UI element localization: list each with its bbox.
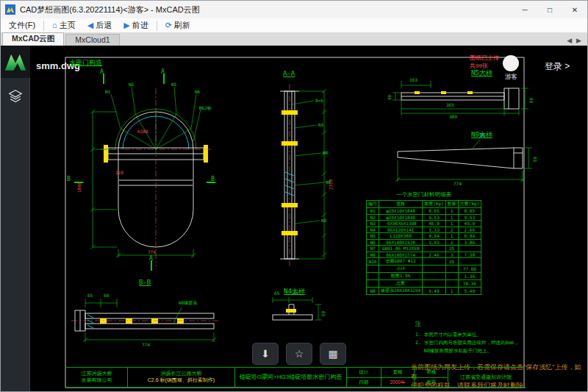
table-cell: N2 — [367, 214, 379, 221]
cad-text: 774 — [142, 343, 150, 347]
table-header-cell: 单重(kg) — [423, 201, 445, 208]
cad-canvas[interactable]: smm.dwg 图纸已上传 共99张 游客 登录 > ⬇ ☆ ▦ 当前图纸为网友… — [30, 46, 587, 391]
table-cell: 8.05 — [458, 208, 481, 215]
qrcode-button[interactable]: ▦ — [320, 343, 346, 365]
mxcad-logo[interactable] — [1, 46, 30, 78]
table-cell: 2 — [445, 239, 458, 246]
menu-file[interactable]: 文件(F) — [4, 19, 40, 32]
table-cell: 1 — [445, 208, 458, 215]
refresh-icon: ⟳ — [165, 21, 172, 29]
table-row: N2φ25X10X18489.5319.53 — [367, 214, 481, 221]
table-cell: N8 — [367, 288, 379, 295]
table-cell: 垫圈GB97 Φ12 — [379, 258, 423, 266]
menu-separator — [43, 21, 44, 31]
table-cell: 7.38 — [458, 252, 481, 258]
back-arrow-icon: ◀ — [87, 21, 93, 29]
star-icon: ☆ — [295, 348, 304, 360]
cad-text: 774 — [148, 250, 156, 254]
material-table: 一个水密门材料明细表编号规格单重(kg)数量共重(kg)N1φ25X10X184… — [366, 190, 481, 295]
tab-mxcloud1[interactable]: MxCloud1 — [65, 34, 119, 46]
table-cell — [458, 246, 481, 252]
layers-icon[interactable] — [7, 88, 24, 107]
menu-refresh[interactable]: ⟳ 刷新 — [160, 19, 196, 32]
table-cell: 1 — [445, 214, 458, 221]
cad-text: N8橡胶条 — [179, 301, 197, 305]
window-title: CAD梦想画图(6.3.20221114)<游客> - MxCAD云图 — [20, 4, 512, 15]
cad-text: N9 — [321, 218, 326, 223]
cad-text: A — [161, 69, 165, 75]
menu-back[interactable]: ◀ 后退 — [82, 19, 117, 32]
cad-text: N5大样 — [471, 70, 492, 76]
table-header-cell: 编号 — [367, 201, 379, 208]
table-cell — [367, 280, 379, 288]
table-cell: N4 — [367, 227, 379, 233]
table-cell — [445, 266, 458, 273]
table-row: N6δ6X100X23281.9323.86 — [367, 239, 481, 246]
cad-text: N5 — [171, 82, 176, 87]
download-button[interactable]: ⬇ — [252, 343, 279, 365]
title-bar: CAD梦想画图(6.3.20221114)<游客> - MxCAD云图 ─ □ … — [1, 1, 587, 18]
table-cell: 小计 — [379, 266, 423, 273]
cad-text: 2328 — [329, 179, 333, 190]
menu-forward[interactable]: ▶ 前进 — [118, 19, 153, 32]
table-row: N7GB91-86 M12X5825 — [367, 246, 481, 252]
table-cell: 9.53 — [423, 214, 445, 221]
table-cell: 1 — [445, 288, 458, 295]
tab-scroll-left-icon[interactable]: ◀ — [567, 37, 572, 44]
table-cell: 1 — [445, 221, 458, 227]
table-cell: L120X388 — [379, 233, 423, 240]
cad-text: 65 — [274, 291, 279, 296]
table-cell: δ6X100X1774 — [379, 252, 423, 258]
table-cell — [423, 273, 445, 280]
table-cell: 总重 — [379, 280, 423, 288]
table-header-cell: 数量 — [445, 201, 458, 208]
user-avatar[interactable] — [503, 55, 519, 71]
table-cell: 3.86 — [458, 239, 481, 246]
tab-scroll-right-icon[interactable]: ▶ — [576, 37, 581, 44]
download-icon: ⬇ — [261, 348, 270, 360]
guest-label: 游客 — [505, 73, 517, 82]
table-row: 附重1.5%1.36 — [367, 273, 481, 280]
table-cell: δ6X100X2328 — [379, 239, 423, 246]
table-cell: N7 — [367, 246, 379, 252]
table-row: 小计77.00 — [367, 266, 481, 273]
note-line: 2. 水密门四周与塔壁采用连续焊，焊缝高6mm， — [415, 339, 518, 347]
table-cell — [458, 258, 481, 266]
table-cell: 5.49 — [423, 288, 445, 295]
cad-text: 60 — [104, 293, 109, 298]
menu-file-label: 文件(F) — [9, 20, 35, 31]
table-cell: 45.9 — [423, 221, 445, 227]
table-cell — [445, 273, 458, 280]
table-cell: 2.46 — [423, 252, 445, 258]
table-cell: 25 — [445, 258, 458, 266]
table-row: N3-6X96X6X139845.9145.9 — [367, 221, 481, 227]
cad-text: δ6 — [480, 133, 485, 138]
cad-text: N6 — [195, 90, 200, 94]
tab-mxcad-cloud[interactable]: MxCAD云图 — [2, 32, 64, 46]
close-button[interactable]: ✕ — [562, 1, 587, 18]
table-cell — [423, 266, 445, 273]
cad-text: N1 — [105, 90, 110, 94]
table-cell — [367, 266, 379, 273]
minimize-button[interactable]: ─ — [512, 1, 537, 18]
table-cell: 附重1.5% — [379, 273, 423, 280]
table-cell: -6X96X6X1398 — [379, 221, 423, 227]
table-cell: 5.49 — [458, 288, 481, 295]
cad-text: R388 — [137, 129, 148, 134]
table-cell: 橡胶条20X30X3254 — [379, 288, 423, 295]
maximize-button[interactable]: □ — [537, 1, 562, 18]
app-window: CAD梦想画图(6.3.20221114)<游客> - MxCAD云图 ─ □ … — [0, 0, 588, 392]
title-block-project: 润扬长江公路大桥 C2.6 标(钢围堰、斜拉索制作) — [128, 368, 235, 387]
login-button[interactable]: 登录 > — [545, 60, 570, 73]
table-row: N8橡胶条20X30X32545.4915.49 — [367, 288, 481, 295]
cad-text: N3 — [318, 123, 323, 127]
title-block-institute: 江苏省交通规划设计院 — [448, 368, 523, 387]
cad-text: N2 — [129, 82, 134, 87]
favorite-button[interactable]: ☆ — [286, 343, 312, 365]
table-header-cell: 共重(kg) — [458, 201, 481, 208]
table-cell: 2.66 — [458, 227, 481, 233]
menu-home[interactable]: ⌂ 主页 — [47, 19, 81, 32]
title-block-company: 江苏润扬大桥 发展有限公司 — [66, 368, 128, 387]
note-line: 1. 本图尺寸均以毫米为单位。 — [415, 331, 518, 339]
table-row: N4δ6X120X1411.3322.66 — [367, 227, 481, 233]
